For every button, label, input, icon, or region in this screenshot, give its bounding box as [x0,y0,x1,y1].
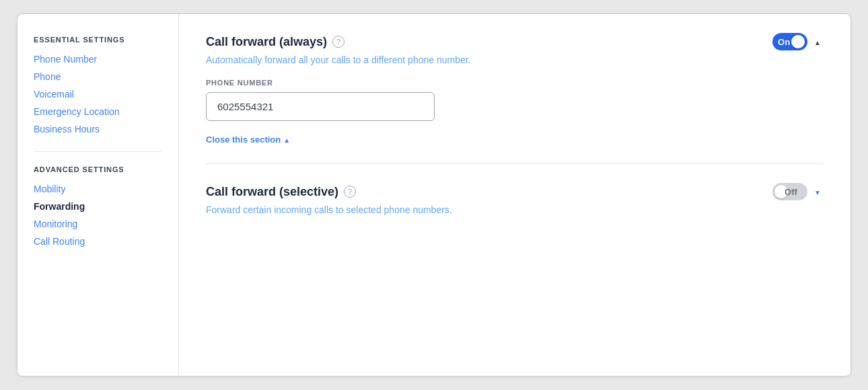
sections-divider [206,163,824,164]
toggle-always-label: On [778,37,790,47]
close-chevron-up-icon [283,134,290,145]
collapse-always-button[interactable] [811,34,824,50]
main-content: Call forward (always) ? On Automatically… [179,14,851,376]
chevron-up-icon [814,36,821,47]
sidebar: ESSENTIAL SETTINGS Phone Number Phone Vo… [17,14,179,376]
section-selective-desc: Forward certain incoming calls to select… [206,204,824,215]
sidebar-item-emergency-location[interactable]: Emergency Location [34,103,162,120]
sidebar-item-call-routing[interactable]: Call Routing [34,233,162,250]
essential-settings-label: ESSENTIAL SETTINGS [34,36,162,44]
toggle-always-knob [791,35,805,48]
sidebar-item-business-hours[interactable]: Business Hours [34,120,162,138]
toggle-selective-container: Off [772,183,824,200]
phone-number-input[interactable] [206,92,435,121]
settings-card: ESSENTIAL SETTINGS Phone Number Phone Vo… [17,13,851,377]
sidebar-item-forwarding[interactable]: Forwarding [34,198,162,215]
toggle-selective-label: Off [785,187,797,197]
sidebar-item-phone[interactable]: Phone [34,68,162,85]
close-section-button[interactable]: Close this section [206,134,290,145]
section-selective-header: Call forward (selective) ? Off [206,183,824,200]
sidebar-item-phone-number[interactable]: Phone Number [34,50,162,68]
section-always-header: Call forward (always) ? On [206,33,824,50]
help-icon-always[interactable]: ? [332,36,345,48]
section-selective-title: Call forward (selective) [206,185,338,199]
toggle-selective[interactable]: Off [772,183,807,200]
toggle-always-container: On [772,33,824,50]
section-always-title: Call forward (always) [206,35,327,49]
section-always-title-group: Call forward (always) ? [206,35,345,49]
section-always-desc: Automatically forward all your calls to … [206,54,824,65]
call-forward-always-section: Call forward (always) ? On Automatically… [206,33,824,145]
chevron-down-icon [814,186,821,197]
toggle-always[interactable]: On [772,33,807,50]
help-icon-selective[interactable]: ? [344,186,356,198]
close-section-label: Close this section [206,134,281,145]
sidebar-item-voicemail[interactable]: Voicemail [34,85,162,103]
sidebar-item-mobility[interactable]: Mobility [34,180,162,198]
close-section-row: Close this section [206,134,824,145]
advanced-settings-label: ADVANCED SETTINGS [34,165,162,173]
section-selective-title-group: Call forward (selective) ? [206,185,356,199]
sidebar-divider [34,151,162,152]
expand-selective-button[interactable] [811,184,824,200]
sidebar-item-monitoring[interactable]: Monitoring [34,215,162,233]
phone-number-field-label: PHONE NUMBER [206,79,824,87]
call-forward-selective-section: Call forward (selective) ? Off Forward c… [206,183,824,215]
